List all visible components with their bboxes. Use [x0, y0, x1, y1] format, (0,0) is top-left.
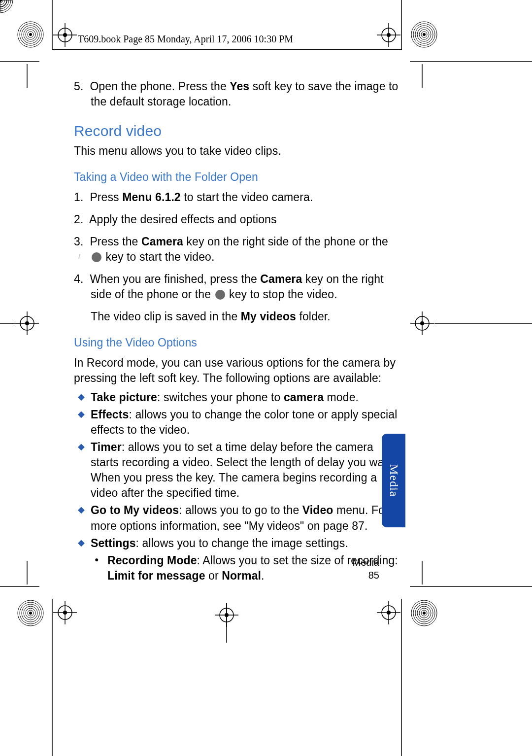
list-item: 3. Press the Camera key on the right sid…: [91, 234, 401, 265]
header-rule: [52, 49, 402, 50]
svg-point-12: [0, 0, 11, 11]
video-saved-note: The video clip is saved in the My videos…: [91, 309, 401, 324]
svg-point-19: [0, 0, 2, 2]
list-item: 1. Press Menu 6.1.2 to start the video c…: [91, 190, 401, 205]
body-text: 5. Open the phone. Press the Yes soft ke…: [74, 79, 401, 585]
section-tab-label: Media: [387, 464, 400, 497]
heading-video-options: Using the Video Options: [74, 335, 401, 350]
svg-point-13: [0, 0, 9, 9]
page-footer: Media 85: [353, 556, 379, 582]
svg-point-18: [0, 0, 7, 7]
video-options-list: Take picture: switches your phone to cam…: [74, 390, 401, 584]
svg-point-15: [0, 0, 5, 5]
section-tab-media: Media: [382, 434, 405, 527]
list-item: Take picture: switches your phone to cam…: [74, 390, 401, 405]
footer-page-number: 85: [353, 569, 379, 582]
center-key-icon: [92, 252, 101, 262]
video-options-intro: In Record mode, you can use various opti…: [74, 355, 401, 386]
list-item: 2. Apply the desired effects and options: [91, 212, 401, 227]
step-5: 5. Open the phone. Press the Yes soft ke…: [91, 79, 401, 109]
svg-point-16: [0, 0, 3, 3]
footer-section: Media: [353, 556, 379, 569]
list-item: 4. When you are finished, press the Came…: [91, 272, 401, 302]
list-item: Timer: allows you to set a time delay be…: [74, 440, 401, 501]
record-video-intro: This menu allows you to take video clips…: [74, 143, 401, 159]
list-item: Effects: allows you to change the color …: [74, 407, 401, 438]
running-head: T609.book Page 85 Monday, April 17, 2006…: [78, 34, 293, 45]
heading-taking-video: Taking a Video with the Folder Open: [74, 170, 401, 185]
list-number: 5.: [74, 80, 83, 93]
taking-video-steps: 1. Press Menu 6.1.2 to start the video c…: [74, 190, 401, 302]
center-key-icon: [215, 290, 225, 300]
svg-point-17: [0, 0, 1, 1]
svg-point-14: [0, 0, 7, 7]
list-item: Go to My videos: allows you to go to the…: [74, 503, 401, 533]
svg-point-11: [0, 0, 13, 13]
heading-record-video: Record video: [74, 121, 401, 141]
